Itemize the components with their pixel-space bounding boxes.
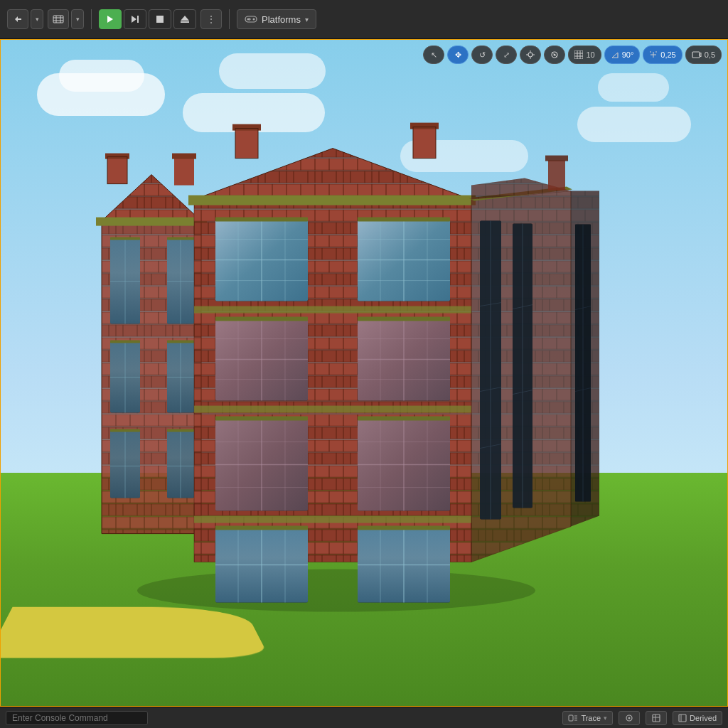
stop-button[interactable] [149,9,171,29]
platforms-label: Platforms [262,14,301,25]
svg-point-216 [628,717,631,719]
svg-rect-77 [167,340,194,343]
move-tool-button[interactable]: ✥ [447,46,469,64]
svg-rect-157 [215,525,308,530]
cloud-2 [59,60,144,92]
bottom-icon-btn-1[interactable] [619,711,640,725]
svg-point-197 [554,54,556,56]
svg-rect-10 [181,21,189,23]
svg-rect-140 [215,416,308,420]
derived-label: Derived [690,714,717,722]
select-tool-button[interactable]: ↖ [423,46,444,64]
cloud-6 [598,73,669,102]
svg-rect-82 [167,429,194,432]
main-viewport[interactable]: ↖ ✥ ↺ ⤢ [0,39,728,707]
scale-tool-button[interactable]: ⤢ [496,46,517,64]
svg-rect-50 [174,156,194,185]
trace-icon [568,714,578,722]
svg-rect-111 [358,217,450,221]
separator-2 [229,9,230,29]
trace-label: Trace [581,714,601,722]
svg-rect-130 [358,316,450,321]
svg-rect-204 [574,50,583,59]
building-3d [59,107,614,619]
more-options-button[interactable]: ⋮ [200,9,222,29]
camera-icon [692,50,702,59]
svg-rect-182 [548,160,565,190]
svg-rect-91 [410,122,439,129]
svg-point-16 [137,569,535,611]
scale-icon [649,50,658,59]
svg-rect-8 [156,16,164,23]
angle-icon [611,50,619,59]
platforms-dropdown-button[interactable]: Platforms ▾ [237,9,316,29]
platforms-chevron: ▾ [305,16,309,23]
play-controls-group [99,9,196,29]
svg-rect-220 [679,714,686,722]
svg-rect-183 [545,155,568,161]
svg-rect-217 [653,714,660,722]
svg-rect-209 [692,52,700,58]
svg-rect-52 [96,217,207,225]
grid-icon [574,50,583,59]
svg-rect-90 [413,127,436,158]
angle-value: 90° [622,50,634,59]
svg-rect-88 [232,124,261,130]
svg-rect-48 [105,153,129,159]
scale-value: 0,25 [660,50,675,59]
svg-rect-211 [569,715,573,721]
trace-button[interactable]: Trace ▾ [562,711,613,725]
bottom-right-controls: Trace ▾ Derived [562,711,722,725]
gamepad-icon [245,14,257,24]
play-button[interactable] [99,9,122,29]
svg-rect-112 [194,306,471,313]
grid-value: 10 [586,50,594,59]
eject-button[interactable] [173,9,196,29]
viewport-toolbar: ↖ ✥ ↺ ⤢ [423,46,722,64]
scale-button[interactable]: 0,25 [643,46,682,64]
camera-value: 0,5 [705,50,715,59]
history-group: ▾ [7,9,43,29]
console-input[interactable] [6,711,148,725]
bottom-bar: Trace ▾ Derived [0,707,728,728]
camera-button[interactable]: 0,5 [685,46,722,64]
angle-button[interactable]: 90° [604,46,641,64]
svg-rect-102 [215,217,308,221]
settings-icon-1 [624,713,634,723]
svg-marker-6 [132,16,136,23]
cinematics-button[interactable] [48,9,69,29]
history-dropdown-button[interactable]: ▾ [31,9,43,29]
svg-marker-9 [181,16,189,21]
svg-rect-0 [53,16,63,23]
svg-rect-121 [215,316,308,321]
svg-point-191 [528,53,532,57]
transform-tool-button[interactable] [520,46,541,64]
bottom-icon-btn-2[interactable] [646,711,667,725]
svg-rect-72 [167,237,194,240]
derived-button[interactable]: Derived [673,711,722,725]
svg-rect-62 [110,340,140,343]
svg-rect-57 [110,237,140,240]
cinematics-dropdown-button[interactable]: ▾ [71,9,84,29]
cloud-4 [219,53,326,89]
pivot-tool-button[interactable] [544,46,565,64]
svg-rect-51 [172,153,196,159]
derived-icon [678,714,687,722]
svg-rect-47 [107,156,127,183]
svg-rect-149 [358,416,450,420]
svg-rect-87 [235,128,258,158]
settings-icon-2 [651,713,661,723]
history-back-button[interactable] [7,9,28,29]
cinematics-group: ▾ [48,9,84,29]
trace-chevron: ▾ [604,714,607,722]
svg-rect-131 [194,405,471,412]
rotate-tool-button[interactable]: ↺ [471,46,493,64]
svg-rect-7 [137,16,139,23]
svg-rect-150 [194,515,471,523]
svg-rect-67 [110,429,140,432]
svg-point-13 [253,18,255,21]
svg-rect-93 [188,195,476,205]
step-button[interactable] [124,9,146,29]
separator-1 [91,9,92,29]
grid-size-button[interactable]: 10 [568,46,601,64]
